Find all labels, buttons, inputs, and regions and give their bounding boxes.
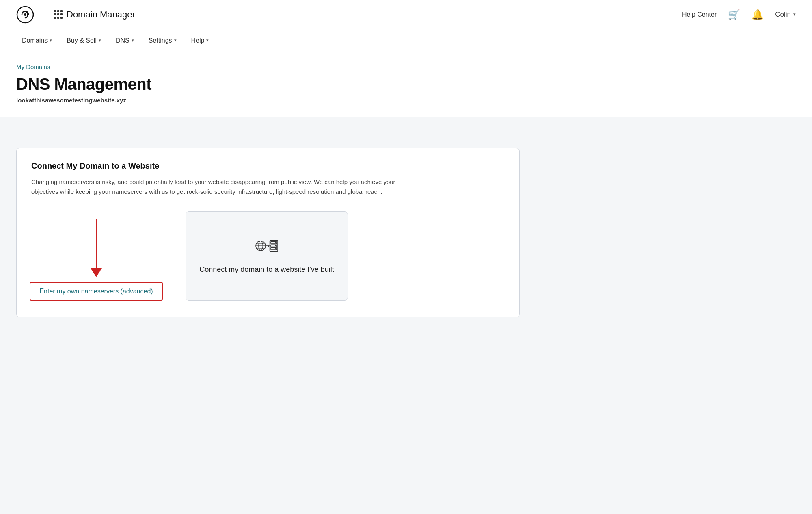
cart-icon[interactable]: 🛒 — [728, 9, 740, 20]
card-description: Changing nameservers is risky, and could… — [31, 177, 397, 197]
svg-point-14 — [275, 248, 276, 249]
app-name-area: Domain Manager — [54, 9, 135, 20]
connect-website-option: Connect my domain to a website I've buil… — [186, 211, 348, 301]
nav-item-domains[interactable]: Domains ▾ — [16, 29, 58, 52]
help-center-link[interactable]: Help Center — [682, 11, 717, 18]
breadcrumb[interactable]: My Domains — [16, 63, 796, 70]
connect-domain-card: Connect My Domain to a Website Changing … — [16, 148, 520, 317]
nav-item-buy-sell[interactable]: Buy & Sell ▾ — [61, 29, 107, 52]
user-menu-chevron: ▾ — [793, 12, 796, 17]
page-title: DNS Management — [16, 75, 796, 93]
chevron-down-icon: ▾ — [206, 38, 209, 43]
chevron-down-icon: ▾ — [132, 38, 134, 43]
nameserver-button[interactable]: Enter my own nameservers (advanced) — [30, 282, 162, 301]
app-title: Domain Manager — [67, 9, 135, 20]
card-title: Connect My Domain to a Website — [31, 161, 505, 171]
chevron-down-icon: ▾ — [174, 38, 177, 43]
connect-website-card[interactable]: Connect my domain to a website I've buil… — [186, 211, 348, 301]
bell-icon[interactable]: 🔔 — [752, 9, 764, 20]
svg-point-1 — [24, 13, 26, 16]
nav-item-help[interactable]: Help ▾ — [186, 29, 215, 52]
nav-item-dns[interactable]: DNS ▾ — [110, 29, 140, 52]
godaddy-logo[interactable] — [16, 6, 34, 24]
godaddy-logo-svg — [16, 6, 34, 24]
svg-point-12 — [275, 242, 276, 243]
chevron-down-icon: ▾ — [50, 38, 52, 43]
header-right: Help Center 🛒 🔔 Colin ▾ — [682, 9, 796, 20]
connect-domain-icon — [255, 237, 279, 256]
domain-name: lookatthisawesometestingwebsite.xyz — [16, 97, 796, 104]
arrow-shaft — [96, 219, 97, 268]
grid-icon — [54, 10, 63, 19]
user-menu[interactable]: Colin ▾ — [775, 11, 796, 19]
chevron-down-icon: ▾ — [99, 38, 101, 43]
main-nav: Domains ▾ Buy & Sell ▾ DNS ▾ Settings ▾ … — [0, 29, 812, 52]
nameserver-option: Enter my own nameservers (advanced) — [31, 219, 161, 301]
card-body: Enter my own nameservers (advanced) — [31, 211, 505, 301]
arrow-down-indicator — [91, 219, 102, 277]
header: Domain Manager Help Center 🛒 🔔 Colin ▾ — [0, 0, 812, 29]
header-left: Domain Manager — [16, 6, 135, 24]
connect-website-label: Connect my domain to a website I've buil… — [199, 265, 334, 275]
header-divider — [44, 8, 44, 21]
page-header: My Domains DNS Management lookatthisawes… — [0, 52, 812, 117]
arrow-head — [91, 268, 102, 277]
main-content: Connect My Domain to a Website Changing … — [0, 117, 812, 514]
user-name: Colin — [775, 11, 791, 19]
nav-item-settings[interactable]: Settings ▾ — [143, 29, 182, 52]
svg-point-13 — [275, 245, 276, 246]
